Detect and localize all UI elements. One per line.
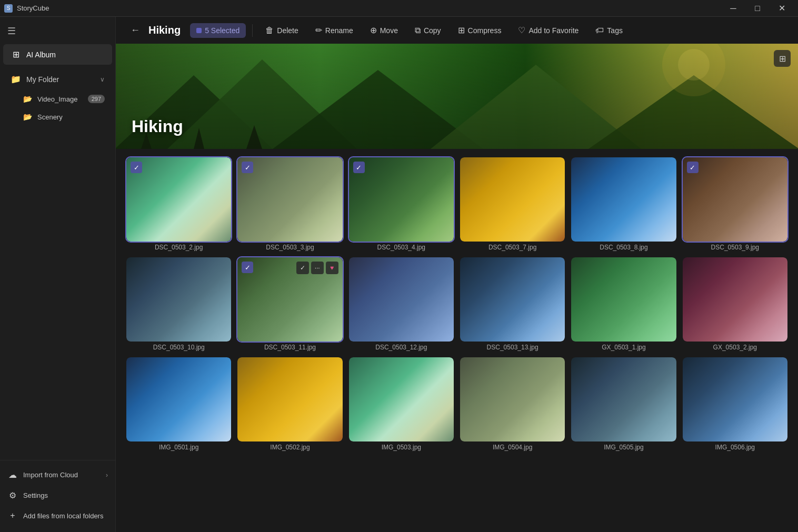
photo-item[interactable]: IMG_0506.jpg [683, 357, 787, 451]
sidebar-item-settings[interactable]: ⚙ Settings [0, 485, 115, 506]
toolbar: ← Hiking 5 Selected 🗑 Delete ✏ Rename ⊕ … [116, 17, 798, 44]
photo-item[interactable]: DSC_0503_7.jpg [460, 157, 565, 251]
photo-item[interactable]: ✓DSC_0503_9.jpg [683, 157, 787, 251]
sidebar-item-add-files[interactable]: + Add files from local folders [0, 506, 115, 526]
photo-action-bar: ✓···♥ [296, 262, 338, 274]
move-button[interactable]: ⊕ Move [364, 22, 404, 38]
rename-button[interactable]: ✏ Rename [309, 22, 360, 38]
sidebar-item-scenery[interactable]: 📂 Scenery [3, 108, 112, 125]
photo-filename: DSC_0503_10.jpg [126, 344, 231, 351]
video-folder-icon: 📂 [23, 95, 32, 103]
selection-badge: 5 Selected [190, 23, 246, 38]
photo-filename: IMG_0502.jpg [237, 444, 342, 451]
photo-item[interactable]: DSC_0503_13.jpg [460, 257, 565, 351]
move-icon: ⊕ [370, 25, 377, 35]
close-button[interactable]: ✕ [770, 0, 794, 17]
copy-label: Copy [424, 26, 441, 35]
photo-item[interactable]: IMG_0504.jpg [460, 357, 565, 451]
photo-thumb-inner [460, 257, 565, 342]
heart-icon: ♡ [518, 25, 525, 35]
photo-thumb-inner [460, 157, 565, 242]
compress-button[interactable]: ⊞ Compress [452, 22, 508, 38]
photo-item[interactable]: IMG_0505.jpg [571, 357, 676, 451]
photo-filename: IMG_0501.jpg [126, 444, 231, 451]
photo-thumb-inner [571, 357, 676, 441]
photo-thumbnail [460, 157, 565, 242]
photo-thumbnail [237, 357, 342, 441]
photo-thumb-inner [683, 357, 787, 441]
app-body: ☰ ⊞ AI Album 📁 My Folder ∨ 📂 Video_Image… [0, 17, 798, 532]
delete-icon: 🗑 [265, 26, 274, 35]
tags-icon: 🏷 [595, 26, 604, 35]
photo-filename: IMG_0505.jpg [571, 444, 676, 451]
photo-checkbox[interactable]: ✓ [353, 162, 365, 173]
tags-button[interactable]: 🏷 Tags [589, 23, 629, 38]
photo-item[interactable]: ✓DSC_0503_2.jpg [126, 157, 231, 251]
photo-thumbnail [349, 257, 454, 342]
photo-item[interactable]: DSC_0503_12.jpg [349, 257, 454, 351]
sidebar-item-ai-album[interactable]: ⊞ AI Album [3, 44, 112, 65]
photo-item[interactable]: GX_0503_2.jpg [683, 257, 787, 351]
photo-item[interactable]: DSC_0503_8.jpg [571, 157, 676, 251]
title-bar-left: S StoryCube [4, 4, 49, 13]
photo-filename: IMG_0504.jpg [460, 444, 565, 451]
photo-thumbnail: ✓ [237, 157, 342, 242]
photo-item[interactable]: IMG_0502.jpg [237, 357, 342, 451]
my-folder-icon: 📁 [11, 74, 21, 84]
sidebar-video-image-label: Video_Image [37, 95, 83, 103]
photo-thumb-inner [126, 357, 231, 441]
compress-label: Compress [468, 26, 502, 35]
photo-grid-container[interactable]: ✓DSC_0503_2.jpg✓DSC_0503_3.jpg✓DSC_0503_… [116, 149, 798, 532]
photo-thumbnail: ✓ [126, 157, 231, 242]
chevron-down-icon: ∨ [100, 76, 105, 83]
sidebar-ai-album-section: ⊞ AI Album [0, 43, 115, 66]
photo-item[interactable]: GX_0503_1.jpg [571, 257, 676, 351]
add-files-icon: + [7, 511, 18, 520]
photo-item[interactable]: ✓✓···♥DSC_0503_11.jpg [237, 257, 342, 351]
settings-icon: ⚙ [7, 490, 18, 500]
photo-filename: DSC_0503_2.jpg [126, 244, 231, 251]
photo-item[interactable]: IMG_0503.jpg [349, 357, 454, 451]
photo-item[interactable]: IMG_0501.jpg [126, 357, 231, 451]
photo-thumbnail [571, 157, 676, 242]
photo-thumbnail [349, 357, 454, 441]
photo-thumbnail: ✓ [683, 157, 787, 242]
sidebar-hamburger[interactable]: ☰ [0, 21, 115, 41]
photo-filename: DSC_0503_13.jpg [460, 344, 565, 351]
video-image-badge: 297 [88, 95, 105, 103]
photo-thumbnail [460, 357, 565, 441]
photo-thumb-inner [571, 257, 676, 342]
photo-action-more[interactable]: ··· [311, 262, 324, 274]
photo-item[interactable]: ✓DSC_0503_4.jpg [349, 157, 454, 251]
sidebar-item-import-cloud[interactable]: ☁ Import from Cloud › [0, 465, 115, 485]
photo-thumbnail: ✓✓···♥ [237, 257, 342, 342]
sidebar-item-my-folder[interactable]: 📁 My Folder ∨ [3, 69, 112, 89]
rename-label: Rename [325, 26, 353, 35]
photo-item[interactable]: ✓DSC_0503_3.jpg [237, 157, 342, 251]
maximize-button[interactable]: □ [745, 0, 770, 17]
photo-thumbnail [126, 257, 231, 342]
delete-label: Delete [277, 26, 298, 35]
panel-toggle-button[interactable]: ⊞ [774, 50, 791, 67]
photo-filename: DSC_0503_7.jpg [460, 244, 565, 251]
photo-item[interactable]: DSC_0503_10.jpg [126, 257, 231, 351]
photo-filename: DSC_0503_8.jpg [571, 244, 676, 251]
photo-action-heart[interactable]: ♥ [326, 262, 338, 274]
photo-thumbnail [571, 257, 676, 342]
back-button[interactable]: ← [126, 23, 144, 38]
photo-action-check[interactable]: ✓ [296, 262, 309, 274]
photo-checkbox[interactable]: ✓ [242, 162, 253, 173]
app-icon: S [4, 4, 13, 13]
photo-filename: GX_0503_2.jpg [683, 344, 787, 351]
photo-checkbox[interactable]: ✓ [131, 162, 142, 173]
delete-button[interactable]: 🗑 Delete [259, 23, 304, 38]
photo-checkbox[interactable]: ✓ [242, 262, 253, 273]
add-favorite-button[interactable]: ♡ Add to Favorite [512, 22, 585, 38]
copy-button[interactable]: ⧉ Copy [408, 23, 447, 38]
sidebar-scenery-label: Scenery [37, 113, 105, 121]
photo-checkbox[interactable]: ✓ [687, 162, 699, 173]
sidebar-settings-label: Settings [23, 491, 108, 499]
cloud-chevron-icon: › [106, 471, 108, 479]
sidebar-item-video-image[interactable]: 📂 Video_Image 297 [3, 91, 112, 107]
minimize-button[interactable]: ─ [721, 0, 745, 17]
